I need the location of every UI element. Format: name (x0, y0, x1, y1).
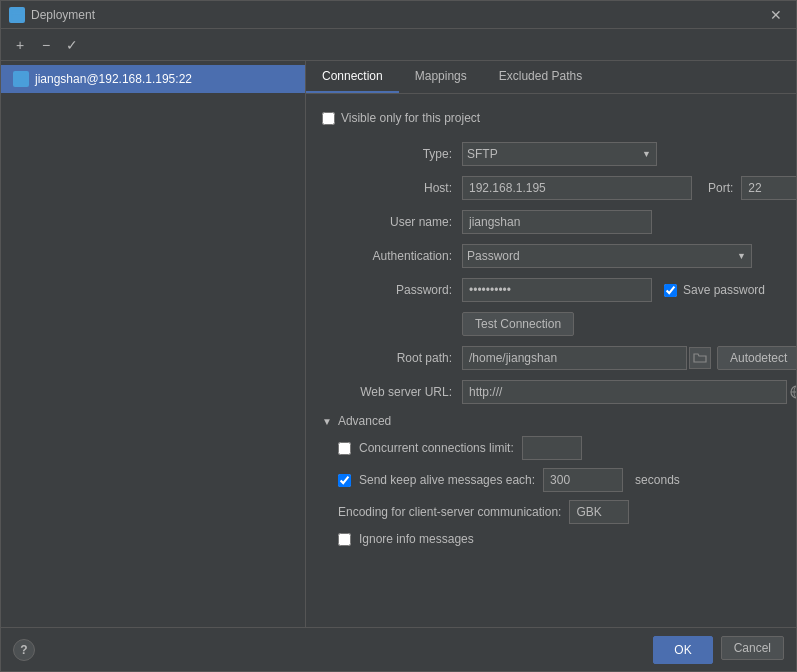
confirm-button[interactable]: ✓ (61, 34, 83, 56)
encoding-row: Encoding for client-server communication… (338, 500, 796, 524)
connection-panel: Visible only for this project Type: SFTP… (306, 94, 796, 627)
web-server-row: Web server URL: (322, 380, 796, 404)
web-server-input[interactable] (462, 380, 787, 404)
ok-button[interactable]: OK (653, 636, 712, 664)
test-connection-row: Test Connection (322, 312, 796, 336)
username-row: User name: (322, 210, 796, 234)
port-input[interactable] (741, 176, 796, 200)
username-label: User name: (322, 215, 462, 229)
toolbar: + − ✓ (1, 29, 796, 61)
keepalive-row: Send keep alive messages each: seconds (338, 468, 796, 492)
port-group: Port: (708, 176, 796, 200)
test-connection-button[interactable]: Test Connection (462, 312, 574, 336)
right-panel: Connection Mappings Excluded Paths Visib… (306, 61, 796, 627)
visible-only-label: Visible only for this project (341, 111, 480, 125)
help-button[interactable]: ? (13, 639, 35, 661)
type-select[interactable]: SFTP FTP Local or mounted folder (462, 142, 657, 166)
concurrent-checkbox[interactable] (338, 442, 351, 455)
tab-connection[interactable]: Connection (306, 61, 399, 93)
ignore-info-row: Ignore info messages (338, 532, 796, 546)
auth-row: Authentication: Password Key pair OpenSS… (322, 244, 796, 268)
username-input[interactable] (462, 210, 652, 234)
visible-only-checkbox[interactable] (322, 112, 335, 125)
sidebar-server-label: jiangshan@192.168.1.195:22 (35, 72, 192, 86)
root-path-row: Root path: Autodetect (322, 346, 796, 370)
deployment-window: Deployment ✕ + − ✓ jiangshan@192.168.1.1… (0, 0, 797, 672)
advanced-section: ▼ Advanced Concurrent connections limit: (322, 414, 796, 546)
encoding-label: Encoding for client-server communication… (338, 505, 561, 519)
keepalive-input[interactable] (543, 468, 623, 492)
close-button[interactable]: ✕ (764, 5, 788, 25)
ignore-info-checkbox[interactable] (338, 533, 351, 546)
password-label: Password: (322, 283, 462, 297)
root-path-label: Root path: (322, 351, 462, 365)
web-server-label: Web server URL: (322, 385, 462, 399)
root-path-input[interactable] (462, 346, 687, 370)
save-password-label: Save password (683, 283, 765, 297)
auth-select-wrapper: Password Key pair OpenSSH config and aut… (462, 244, 752, 268)
advanced-header[interactable]: ▼ Advanced (322, 414, 796, 428)
cancel-button[interactable]: Cancel (721, 636, 784, 660)
advanced-title: Advanced (338, 414, 391, 428)
svg-rect-4 (16, 80, 26, 83)
tab-mappings[interactable]: Mappings (399, 61, 483, 93)
bottom-bar: ? OK Cancel (1, 627, 796, 671)
host-input[interactable] (462, 176, 692, 200)
concurrent-input[interactable] (522, 436, 582, 460)
svg-rect-0 (12, 10, 22, 20)
window-icon (9, 7, 25, 23)
concurrent-row: Concurrent connections limit: (338, 436, 796, 460)
encoding-input[interactable] (569, 500, 629, 524)
bottom-right: OK Cancel (653, 636, 784, 664)
add-button[interactable]: + (9, 34, 31, 56)
concurrent-label: Concurrent connections limit: (359, 441, 514, 455)
advanced-rows: Concurrent connections limit: Send keep … (322, 436, 796, 546)
title-bar: Deployment ✕ (1, 1, 796, 29)
auth-label: Authentication: (322, 249, 462, 263)
host-row: Host: Port: (322, 176, 796, 200)
host-label: Host: (322, 181, 462, 195)
bottom-left: ? (13, 639, 35, 661)
password-row: Password: Save password (322, 278, 796, 302)
type-label: Type: (322, 147, 462, 161)
tabs: Connection Mappings Excluded Paths (306, 61, 796, 94)
ignore-info-label: Ignore info messages (359, 532, 474, 546)
keepalive-checkbox[interactable] (338, 474, 351, 487)
main-content: jiangshan@192.168.1.195:22 Connection Ma… (1, 61, 796, 627)
visible-only-row: Visible only for this project (322, 106, 796, 130)
keepalive-label: Send keep alive messages each: (359, 473, 535, 487)
save-password-group: Save password (664, 283, 765, 297)
tab-excluded-paths[interactable]: Excluded Paths (483, 61, 598, 93)
auth-select[interactable]: Password Key pair OpenSSH config and aut… (462, 244, 752, 268)
globe-button[interactable] (789, 381, 796, 403)
remove-button[interactable]: − (35, 34, 57, 56)
seconds-label: seconds (635, 473, 680, 487)
autodetect-button[interactable]: Autodetect (717, 346, 796, 370)
advanced-triangle-icon: ▼ (322, 416, 332, 427)
window-title: Deployment (31, 8, 764, 22)
type-select-wrapper: SFTP FTP Local or mounted folder (462, 142, 657, 166)
svg-rect-3 (16, 75, 26, 78)
server-icon (13, 71, 29, 87)
save-password-checkbox[interactable] (664, 284, 677, 297)
password-input[interactable] (462, 278, 652, 302)
browse-folder-button[interactable] (689, 347, 711, 369)
type-row: Type: SFTP FTP Local or mounted folder (322, 142, 796, 166)
sidebar-item-server[interactable]: jiangshan@192.168.1.195:22 (1, 65, 305, 93)
sidebar: jiangshan@192.168.1.195:22 (1, 61, 306, 627)
port-label: Port: (708, 181, 733, 195)
